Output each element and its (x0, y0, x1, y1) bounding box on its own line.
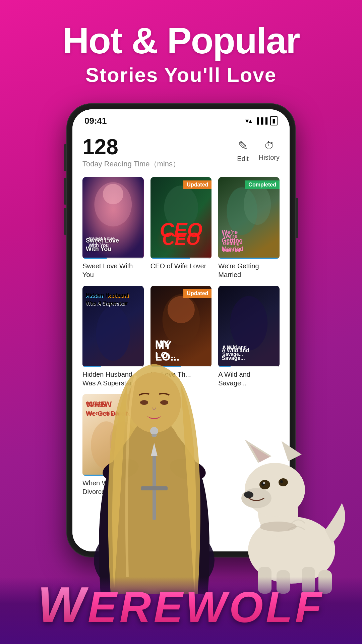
badge-updated-mylove: Updated (183, 289, 212, 298)
svg-point-1 (95, 182, 132, 226)
svg-text:With You: With You (88, 243, 109, 248)
svg-text:Hidden: Hidden (86, 293, 103, 299)
progress-fill-ceo (150, 258, 190, 259)
battery-icon: ▮ (270, 116, 278, 125)
svg-text:Husband: Husband (108, 293, 129, 299)
status-icons: ▾▴ ▐▐▐ ▮ (245, 116, 278, 125)
cover-art-ceo: CEO (150, 177, 212, 259)
action-buttons: ✎ Edit ⏱ History (237, 136, 280, 163)
book-item-ceo[interactable]: CEO Updated CEO of Wife Lover (150, 177, 212, 279)
signal-icon: ▐▐▐ (255, 117, 267, 124)
svg-marker-61 (282, 441, 302, 461)
svg-point-25 (230, 296, 268, 350)
svg-point-53 (241, 488, 272, 508)
svg-text:MY: MY (155, 339, 172, 351)
book-item-married[interactable]: We're Getting Married Completed We're Ge… (218, 177, 280, 279)
badge-updated-ceo: Updated (183, 180, 212, 189)
svg-point-42 (152, 434, 157, 437)
book-title-sweet-love: Sweet Love With You (82, 262, 144, 279)
svg-point-21 (167, 296, 194, 323)
svg-text:Was A Superstar: Was A Superstar (86, 301, 126, 306)
reading-stats: 128 Today Reading Time（mins） (82, 136, 180, 169)
status-time: 09:41 (84, 116, 107, 126)
werewolf-text: WEREWOLF (38, 576, 324, 634)
status-bar: 09:41 ▾▴ ▐▐▐ ▮ (72, 109, 290, 129)
svg-rect-44 (141, 486, 168, 490)
werewolf-w: W (38, 577, 88, 633)
headline-sub: Stories You'll Love (0, 63, 362, 87)
history-icon: ⏱ (264, 140, 274, 152)
book-cover-mylove: MY LO... Updated (150, 286, 212, 368)
cover-art-married: We're Getting Married (218, 177, 280, 259)
book-cover-wild: A Wild and Savage... (218, 286, 280, 368)
book-title-ceo: CEO of Wife Lover (150, 262, 212, 270)
character-wolf (225, 436, 352, 597)
history-button[interactable]: ⏱ History (259, 140, 280, 161)
book-cover-hidden: Hidden Husband Was A Superstar (82, 286, 144, 368)
cover-art-wild: A Wild and Savage... (218, 286, 280, 368)
progress-bar-married (218, 258, 280, 259)
progress-bar (82, 258, 144, 259)
reading-label: Today Reading Time（mins） (82, 159, 180, 169)
svg-point-15 (96, 306, 130, 360)
edit-button[interactable]: ✎ Edit (237, 139, 248, 163)
progress-fill-married (218, 258, 280, 259)
woman-svg (74, 359, 235, 594)
progress-bar-ceo (150, 258, 212, 259)
svg-text:CEO: CEO (160, 219, 202, 241)
svg-text:Savage...: Savage... (223, 352, 243, 357)
reading-number: 128 (82, 136, 180, 158)
book-cover-ceo: CEO Updated (150, 177, 212, 259)
svg-text:We're: We're (223, 233, 238, 239)
svg-point-55 (259, 480, 270, 489)
svg-point-54 (244, 491, 253, 498)
book-cover-sweet-love: Sweet Love With You (82, 177, 144, 259)
cover-art-mylove: MY LO... (150, 286, 212, 368)
svg-point-40 (160, 400, 168, 405)
wolf-svg (225, 436, 352, 597)
edit-label: Edit (237, 155, 248, 163)
character-woman (74, 359, 235, 594)
history-label: History (259, 154, 280, 161)
book-title-married: We're Getting Married (218, 262, 280, 279)
progress-fill (82, 258, 107, 259)
top-row: 128 Today Reading Time（mins） ✎ Edit ⏱ Hi… (82, 136, 280, 169)
headline-main: Hot & Popular (0, 20, 362, 61)
svg-point-2 (103, 184, 123, 204)
svg-point-39 (140, 400, 148, 405)
badge-completed: Completed (245, 180, 280, 189)
book-cover-married: We're Getting Married Completed (218, 177, 280, 259)
headline-section: Hot & Popular Stories You'll Love (0, 0, 362, 87)
svg-text:Sweet Love: Sweet Love (88, 236, 115, 241)
svg-point-57 (263, 482, 265, 484)
svg-text:Getting: Getting (223, 241, 240, 246)
svg-point-59 (280, 480, 283, 483)
werewolf-rest: EREWOLF (88, 583, 324, 632)
book-item-sweet-love[interactable]: Sweet Love With You Sweet Love With You (82, 177, 144, 279)
cover-art-hidden: Hidden Husband Was A Superstar (82, 286, 144, 368)
svg-rect-0 (82, 177, 144, 259)
wifi-icon: ▾▴ (245, 117, 252, 125)
svg-point-63 (260, 522, 297, 532)
edit-icon: ✎ (238, 139, 248, 153)
svg-text:A Wild and: A Wild and (223, 344, 247, 350)
cover-art-sweet-love: Sweet Love With You (82, 177, 144, 259)
werewolf-section: WEREWOLF (0, 577, 362, 644)
svg-point-10 (244, 184, 271, 225)
svg-text:Married: Married (223, 248, 240, 253)
svg-point-58 (279, 478, 288, 486)
